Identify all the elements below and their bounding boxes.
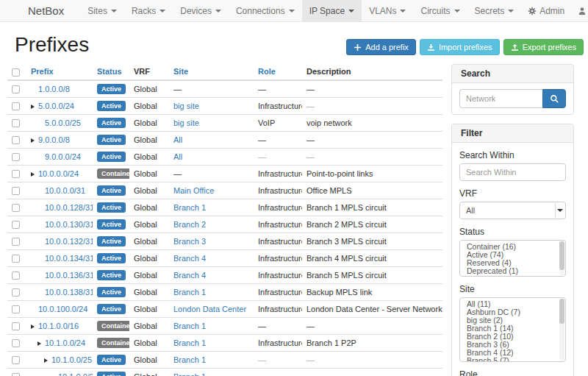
row-checkbox[interactable]	[12, 305, 20, 313]
caret-right-icon	[31, 138, 35, 143]
import-prefixes-button[interactable]: Import prefixes	[420, 39, 500, 55]
row-checkbox[interactable]	[12, 288, 20, 297]
nav-item-devices[interactable]: Devices	[173, 0, 229, 21]
site-link[interactable]: London Data Center	[173, 305, 246, 313]
row-checkbox[interactable]	[12, 153, 20, 161]
prefix-link[interactable]: 10.0.0.0/24	[38, 169, 79, 178]
site-link[interactable]: Branch 4	[173, 271, 206, 280]
column-header-vrf: VRF	[129, 64, 169, 80]
column-header-site[interactable]: Site	[169, 64, 254, 80]
nav-item-racks[interactable]: Racks	[124, 0, 173, 21]
row-checkbox[interactable]	[12, 238, 20, 246]
nav-item-sites[interactable]: Sites	[80, 0, 124, 21]
row-checkbox[interactable]	[12, 170, 20, 178]
vrf-select[interactable]: All	[459, 202, 566, 219]
prefix-link[interactable]: 10.1.0.0/25	[51, 355, 92, 364]
table-row: 10.0.0.132/31ActiveGlobalBranch 3Infrast…	[7, 233, 442, 249]
site-link[interactable]: Branch 1	[173, 203, 206, 212]
table-row: 10.1.0.0/16ContainerGlobalBranch 1——	[7, 317, 442, 334]
row-checkbox[interactable]	[12, 272, 20, 280]
search-within-input[interactable]	[459, 163, 566, 181]
caret-right-icon	[44, 358, 48, 363]
site-link[interactable]: Branch 1	[173, 322, 206, 330]
vrf-value: Global	[134, 220, 157, 229]
site-link[interactable]: Branch 3	[173, 237, 206, 246]
site-multiselect[interactable]: All (11)Ashburn DC (7)big site (2)Branch…	[459, 297, 566, 362]
nav-item-circuits[interactable]: Circuits	[413, 0, 467, 21]
column-header-prefix[interactable]: Prefix	[26, 64, 93, 80]
prefix-link[interactable]: 10.1.0.0/16	[38, 322, 79, 330]
site-filter-label: Site	[459, 284, 566, 294]
row-checkbox[interactable]	[12, 373, 20, 376]
role-value: Infrastructure	[258, 220, 302, 229]
column-header-status[interactable]: Status	[93, 64, 129, 80]
row-checkbox[interactable]	[12, 119, 20, 127]
prefix-link[interactable]: 10.1.0.0/26	[58, 372, 93, 376]
prefix-link[interactable]: 9.0.0.0/8	[38, 135, 70, 144]
site-link[interactable]: All	[173, 152, 182, 161]
row-checkbox[interactable]	[12, 204, 20, 212]
row-checkbox[interactable]	[12, 339, 20, 347]
chevron-down-icon	[454, 10, 460, 13]
scrollbar[interactable]	[559, 299, 564, 361]
prefix-table: Prefix Status VRF Site Role Description …	[7, 64, 442, 376]
site-link[interactable]: big site	[173, 102, 199, 110]
row-checkbox[interactable]	[12, 255, 20, 263]
prefix-link[interactable]: 10.0.0.128/31	[45, 203, 93, 212]
prefix-link[interactable]: 5.0.0.0/24	[38, 102, 74, 110]
status-badge: Container	[97, 169, 129, 179]
status-option[interactable]: Deprecated (1)	[460, 267, 565, 275]
nav-item-connections[interactable]: Connections	[229, 0, 302, 21]
row-checkbox[interactable]	[12, 136, 20, 144]
role-value: —	[258, 355, 266, 364]
vrf-value: Global	[134, 85, 157, 93]
nav-item-ip-space[interactable]: IP Space	[302, 0, 362, 21]
prefix-link[interactable]: 10.0.0.134/31	[45, 254, 93, 263]
prefix-link[interactable]: 10.0.0.132/31	[45, 237, 93, 246]
row-checkbox[interactable]	[12, 102, 20, 110]
prefix-link[interactable]: 10.0.0.0/31	[45, 186, 85, 195]
site-link[interactable]: Branch 1	[173, 338, 206, 347]
prefix-link[interactable]: 10.0.100.0/24	[38, 305, 87, 313]
prefix-link[interactable]: 10.0.0.136/31	[45, 271, 93, 280]
row-checkbox[interactable]	[12, 85, 20, 93]
column-header-role[interactable]: Role	[254, 64, 302, 80]
nav-item-secrets[interactable]: Secrets	[467, 0, 522, 21]
description-value: Branch 5 MPLS circuit	[306, 271, 387, 280]
prefix-link[interactable]: 1.0.0.0/8	[38, 85, 70, 93]
brand-logo[interactable]: NetBox	[28, 0, 64, 21]
row-checkbox[interactable]	[12, 187, 20, 195]
prefix-link[interactable]: 10.1.0.0/24	[45, 338, 85, 347]
nav-item-admin[interactable]: Admin	[521, 0, 571, 21]
nav-item-vlans[interactable]: VLANs	[362, 0, 413, 21]
site-link[interactable]: Branch 1	[173, 372, 206, 376]
row-checkbox[interactable]	[12, 221, 20, 229]
search-input[interactable]	[459, 89, 542, 108]
select-all-checkbox[interactable]	[12, 68, 20, 77]
nav-item-profile[interactable]: Profile	[571, 0, 588, 21]
site-link[interactable]: Branch 1	[173, 355, 206, 364]
row-checkbox[interactable]	[12, 322, 20, 330]
site-link[interactable]: Main Office	[173, 186, 214, 195]
scrollbar[interactable]	[559, 241, 564, 275]
site-link[interactable]: Branch 2	[173, 220, 206, 229]
export-prefixes-button[interactable]: Export prefixes	[503, 39, 584, 55]
vrf-value: Global	[134, 271, 157, 280]
add-prefix-button[interactable]: Add a prefix	[346, 39, 416, 55]
site-link[interactable]: Branch 1	[173, 288, 206, 297]
site-link[interactable]: Branch 4	[173, 254, 206, 263]
prefix-link[interactable]: 5.0.0.0/25	[45, 118, 81, 127]
prefix-link[interactable]: 10.0.0.130/31	[45, 220, 93, 229]
status-multiselect[interactable]: Container (16)Active (74)Reserved (4)Dep…	[459, 240, 566, 277]
prefix-link[interactable]: 10.0.0.138/31	[45, 288, 93, 297]
prefix-link[interactable]: 9.0.0.0/24	[45, 152, 81, 161]
table-row: 10.0.100.0/24ActiveGlobalLondon Data Cen…	[7, 300, 442, 317]
search-button[interactable]	[542, 89, 566, 108]
row-checkbox[interactable]	[12, 356, 20, 364]
description-value: —	[306, 102, 315, 110]
site-option[interactable]: Branch 5 (7)	[460, 357, 565, 362]
site-link[interactable]: All	[173, 135, 182, 144]
table-row: 10.0.0.0/24ContainerGlobal—Infrastructur…	[7, 165, 442, 182]
site-link[interactable]: big site	[173, 118, 199, 127]
table-row: 10.0.0.130/31ActiveGlobalBranch 2Infrast…	[7, 216, 442, 233]
